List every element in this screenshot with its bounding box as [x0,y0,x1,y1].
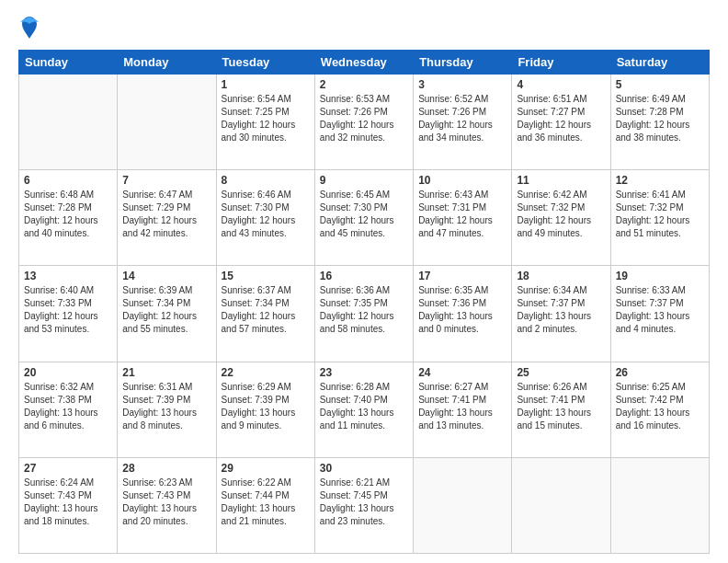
day-number: 14 [122,270,210,282]
calendar-cell: 3Sunrise: 6:52 AM Sunset: 7:26 PM Daylig… [414,75,512,170]
calendar-table: SundayMondayTuesdayWednesdayThursdayFrid… [18,50,710,554]
calendar-cell: 30Sunrise: 6:21 AM Sunset: 7:45 PM Dayli… [314,457,413,553]
day-info: Sunrise: 6:31 AM Sunset: 7:39 PM Dayligh… [122,381,210,432]
calendar-cell: 24Sunrise: 6:27 AM Sunset: 7:41 PM Dayli… [414,362,512,457]
day-number: 25 [517,366,605,379]
calendar-cell [414,457,512,553]
weekday-header-thursday: Thursday [414,51,512,75]
day-info: Sunrise: 6:54 AM Sunset: 7:25 PM Dayligh… [222,93,310,144]
day-number: 28 [122,462,210,475]
weekday-header-saturday: Saturday [610,51,709,75]
day-info: Sunrise: 6:49 AM Sunset: 7:28 PM Dayligh… [616,93,704,144]
calendar-cell: 6Sunrise: 6:48 AM Sunset: 7:28 PM Daylig… [19,170,118,266]
calendar-cell: 23Sunrise: 6:28 AM Sunset: 7:40 PM Dayli… [314,362,413,457]
calendar-cell: 10Sunrise: 6:43 AM Sunset: 7:31 PM Dayli… [414,170,512,266]
day-info: Sunrise: 6:25 AM Sunset: 7:42 PM Dayligh… [616,381,704,432]
header [18,15,710,40]
day-number: 12 [616,174,704,187]
weekday-header-friday: Friday [512,51,610,75]
day-number: 18 [517,270,605,282]
calendar-cell: 1Sunrise: 6:54 AM Sunset: 7:25 PM Daylig… [216,75,314,170]
day-info: Sunrise: 6:27 AM Sunset: 7:41 PM Dayligh… [418,381,506,432]
calendar-cell: 27Sunrise: 6:24 AM Sunset: 7:43 PM Dayli… [19,457,118,553]
page: SundayMondayTuesdayWednesdayThursdayFrid… [0,0,728,563]
calendar-cell: 4Sunrise: 6:51 AM Sunset: 7:27 PM Daylig… [512,75,610,170]
weekday-header-tuesday: Tuesday [216,51,314,75]
day-number: 6 [24,174,112,187]
day-info: Sunrise: 6:22 AM Sunset: 7:44 PM Dayligh… [222,477,310,528]
day-info: Sunrise: 6:45 AM Sunset: 7:30 PM Dayligh… [320,189,408,240]
day-info: Sunrise: 6:52 AM Sunset: 7:26 PM Dayligh… [418,93,506,144]
day-number: 17 [418,270,506,282]
calendar-cell: 9Sunrise: 6:45 AM Sunset: 7:30 PM Daylig… [314,170,413,266]
day-info: Sunrise: 6:29 AM Sunset: 7:39 PM Dayligh… [222,381,310,432]
day-info: Sunrise: 6:40 AM Sunset: 7:33 PM Dayligh… [24,284,112,336]
day-info: Sunrise: 6:35 AM Sunset: 7:36 PM Dayligh… [418,284,506,336]
calendar-cell: 2Sunrise: 6:53 AM Sunset: 7:26 PM Daylig… [314,75,413,170]
day-info: Sunrise: 6:33 AM Sunset: 7:37 PM Dayligh… [616,284,704,336]
calendar-cell: 11Sunrise: 6:42 AM Sunset: 7:32 PM Dayli… [512,170,610,266]
day-number: 15 [222,270,310,282]
day-number: 1 [222,78,310,91]
calendar-cell: 17Sunrise: 6:35 AM Sunset: 7:36 PM Dayli… [414,266,512,362]
day-info: Sunrise: 6:24 AM Sunset: 7:43 PM Dayligh… [24,477,112,528]
day-info: Sunrise: 6:34 AM Sunset: 7:37 PM Dayligh… [517,284,605,336]
day-number: 13 [24,270,112,282]
week-row-3: 13Sunrise: 6:40 AM Sunset: 7:33 PM Dayli… [19,266,710,362]
calendar-cell: 14Sunrise: 6:39 AM Sunset: 7:34 PM Dayli… [118,266,216,362]
day-number: 22 [222,366,310,379]
calendar-cell: 12Sunrise: 6:41 AM Sunset: 7:32 PM Dayli… [610,170,709,266]
calendar-cell: 19Sunrise: 6:33 AM Sunset: 7:37 PM Dayli… [610,266,709,362]
day-number: 20 [24,366,112,379]
day-number: 11 [517,174,605,187]
logo-bird-icon [18,15,40,40]
calendar-cell: 29Sunrise: 6:22 AM Sunset: 7:44 PM Dayli… [216,457,314,553]
weekday-header-row: SundayMondayTuesdayWednesdayThursdayFrid… [19,51,710,75]
calendar-cell: 22Sunrise: 6:29 AM Sunset: 7:39 PM Dayli… [216,362,314,457]
calendar-cell: 25Sunrise: 6:26 AM Sunset: 7:41 PM Dayli… [512,362,610,457]
day-number: 4 [517,78,605,91]
day-info: Sunrise: 6:23 AM Sunset: 7:43 PM Dayligh… [122,477,210,528]
day-number: 26 [616,366,704,379]
calendar-cell: 18Sunrise: 6:34 AM Sunset: 7:37 PM Dayli… [512,266,610,362]
day-info: Sunrise: 6:43 AM Sunset: 7:31 PM Dayligh… [418,189,506,240]
day-number: 2 [320,78,408,91]
day-number: 24 [418,366,506,379]
day-info: Sunrise: 6:47 AM Sunset: 7:29 PM Dayligh… [122,189,210,240]
day-number: 3 [418,78,506,91]
day-info: Sunrise: 6:28 AM Sunset: 7:40 PM Dayligh… [320,381,408,432]
day-info: Sunrise: 6:26 AM Sunset: 7:41 PM Dayligh… [517,381,605,432]
calendar-cell: 8Sunrise: 6:46 AM Sunset: 7:30 PM Daylig… [216,170,314,266]
day-info: Sunrise: 6:39 AM Sunset: 7:34 PM Dayligh… [122,284,210,336]
day-info: Sunrise: 6:51 AM Sunset: 7:27 PM Dayligh… [517,93,605,144]
day-info: Sunrise: 6:36 AM Sunset: 7:35 PM Dayligh… [320,284,408,336]
calendar-cell: 5Sunrise: 6:49 AM Sunset: 7:28 PM Daylig… [610,75,709,170]
day-info: Sunrise: 6:37 AM Sunset: 7:34 PM Dayligh… [222,284,310,336]
day-number: 27 [24,462,112,475]
calendar-cell: 28Sunrise: 6:23 AM Sunset: 7:43 PM Dayli… [118,457,216,553]
week-row-2: 6Sunrise: 6:48 AM Sunset: 7:28 PM Daylig… [19,170,710,266]
week-row-5: 27Sunrise: 6:24 AM Sunset: 7:43 PM Dayli… [19,457,710,553]
day-number: 8 [222,174,310,187]
day-number: 16 [320,270,408,282]
day-number: 29 [222,462,310,475]
day-number: 7 [122,174,210,187]
calendar-cell: 15Sunrise: 6:37 AM Sunset: 7:34 PM Dayli… [216,266,314,362]
day-info: Sunrise: 6:46 AM Sunset: 7:30 PM Dayligh… [222,189,310,240]
weekday-header-sunday: Sunday [19,51,118,75]
day-number: 5 [616,78,704,91]
weekday-header-monday: Monday [118,51,216,75]
day-number: 9 [320,174,408,187]
day-number: 23 [320,366,408,379]
calendar-cell: 16Sunrise: 6:36 AM Sunset: 7:35 PM Dayli… [314,266,413,362]
calendar-cell: 20Sunrise: 6:32 AM Sunset: 7:38 PM Dayli… [19,362,118,457]
calendar-cell: 13Sunrise: 6:40 AM Sunset: 7:33 PM Dayli… [19,266,118,362]
logo [18,15,44,40]
day-number: 19 [616,270,704,282]
calendar-cell [610,457,709,553]
week-row-4: 20Sunrise: 6:32 AM Sunset: 7:38 PM Dayli… [19,362,710,457]
day-number: 10 [418,174,506,187]
day-number: 30 [320,462,408,475]
day-info: Sunrise: 6:42 AM Sunset: 7:32 PM Dayligh… [517,189,605,240]
week-row-1: 1Sunrise: 6:54 AM Sunset: 7:25 PM Daylig… [19,75,710,170]
